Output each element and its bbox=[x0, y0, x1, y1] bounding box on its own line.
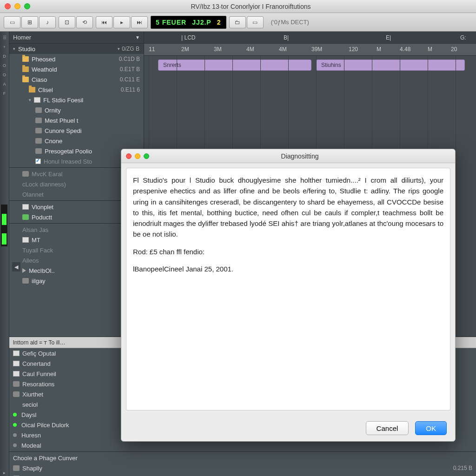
rail-icon[interactable]: D bbox=[1, 53, 8, 60]
window-title: RV/Ibz 13·tor Conorlyior I Franoroiftuti… bbox=[30, 3, 471, 10]
level-meters bbox=[1, 205, 7, 246]
rail-icon[interactable]: O bbox=[1, 72, 8, 78]
minimize-icon[interactable] bbox=[14, 3, 20, 9]
file-icon bbox=[22, 237, 29, 243]
toolbar-button[interactable]: ⊡ bbox=[59, 16, 75, 28]
audio-icon bbox=[22, 214, 29, 220]
ruler-tick: 120 bbox=[349, 46, 358, 53]
ruler-tick: 2M bbox=[181, 46, 189, 53]
rail-icon[interactable]: ☰ bbox=[1, 34, 8, 41]
marker: B| bbox=[284, 34, 289, 41]
browser-header[interactable]: Homer ▼ bbox=[9, 32, 144, 44]
tree-item[interactable]: Mest Phuel t bbox=[9, 115, 144, 126]
window-titlebar: RV/Ibz 13·tor Conorlyior I Franoroiftuti… bbox=[0, 0, 476, 13]
folder-icon bbox=[29, 87, 35, 93]
mod-icon bbox=[22, 278, 29, 284]
rail-icon[interactable]: A bbox=[1, 81, 8, 87]
close-icon[interactable] bbox=[126, 153, 132, 159]
zoom-icon[interactable] bbox=[144, 153, 149, 159]
zoom-icon[interactable] bbox=[24, 3, 30, 9]
main-toolbar: ▭ ⊞ ♪ ⊡ ⟲ ⏮ ▸ ⏭ 5 FEUER JJ2.P 2 🗀 ▭ (‘0ƒ… bbox=[0, 13, 476, 32]
timeline-header: | LCD B| E| G: bbox=[144, 32, 476, 44]
file-icon bbox=[34, 97, 40, 103]
lcd-segment: 2 bbox=[217, 19, 221, 26]
ruler-tick: 4M bbox=[279, 46, 287, 53]
mod-icon bbox=[35, 107, 42, 113]
mod-icon bbox=[35, 118, 42, 123]
lcd-segment: 5 FEUER bbox=[156, 19, 186, 26]
chk-icon bbox=[35, 159, 41, 164]
file-icon bbox=[13, 361, 20, 366]
toolbar-button[interactable]: ⟲ bbox=[76, 16, 93, 28]
toolbar-button[interactable]: ▸ bbox=[113, 16, 130, 28]
folder-icon bbox=[22, 66, 29, 72]
toolbar-button[interactable]: ⊞ bbox=[21, 16, 38, 28]
tree-item[interactable]: Clisel0.E11 6 bbox=[9, 85, 144, 95]
marker: | LCD bbox=[181, 34, 195, 41]
tree-item[interactable]: fitis Tinoel0.215 B bbox=[9, 473, 476, 476]
marker: G: bbox=[460, 34, 466, 41]
tree-item[interactable]: Ciaso0.C11 E bbox=[9, 74, 144, 85]
mod-icon bbox=[22, 171, 29, 177]
tree-item[interactable]: Cunore Spedi bbox=[9, 126, 144, 136]
rail-icon[interactable]: F bbox=[1, 90, 8, 97]
traffic-lights bbox=[5, 3, 30, 9]
lcd-segment: JJ2.P bbox=[192, 19, 212, 26]
ok-button[interactable]: OK bbox=[415, 421, 447, 435]
tree-item[interactable]: Cnone bbox=[9, 136, 144, 146]
cancel-button[interactable]: Cancel bbox=[366, 421, 409, 435]
ruler-tick: 4.48 bbox=[400, 46, 410, 53]
ruler-tick: 39M bbox=[311, 46, 322, 53]
tree-item[interactable]: Choole a Phage Cunver bbox=[9, 453, 476, 463]
ruler-tick: M bbox=[428, 46, 432, 53]
rail-icon[interactable]: + bbox=[1, 44, 8, 50]
tree-item[interactable]: ▾FL Stdio Foesil bbox=[9, 95, 144, 105]
marker: E| bbox=[386, 34, 391, 41]
toolbar-button[interactable]: ⏭ bbox=[131, 16, 148, 28]
ruler-tick: 20 bbox=[451, 46, 457, 53]
toolbar-button[interactable]: ▭ bbox=[4, 16, 20, 28]
dialog-text: Rod: £5 chan ffl fendio: bbox=[133, 246, 443, 257]
rail-icon[interactable]: O bbox=[1, 62, 8, 69]
folder-icon bbox=[22, 56, 29, 62]
ruler-tick: M bbox=[377, 46, 381, 53]
tree-item[interactable]: Pheosed0.C1D B bbox=[9, 54, 144, 64]
collapse-button[interactable]: ◀ bbox=[12, 262, 20, 271]
folder-icon bbox=[22, 77, 29, 82]
close-icon[interactable] bbox=[5, 3, 11, 9]
file-icon bbox=[13, 371, 20, 377]
toolbar-label: (‘0ƒMs DECT) bbox=[271, 19, 309, 26]
timeline-ruler[interactable]: 112M3M4M4M39M120M4.48M20 bbox=[144, 44, 476, 56]
lcd-display: 5 FEUER JJ2.P 2 bbox=[151, 16, 226, 29]
left-rail: ☰ + D O O A F ▸ bbox=[0, 32, 9, 476]
mod-icon bbox=[13, 465, 20, 471]
dialog-text: Fl Studio's pour l Studio buck dhouglyes… bbox=[133, 175, 443, 240]
tree-item[interactable]: Shaplly0.215 B bbox=[9, 463, 476, 473]
ruler-tick: 4M bbox=[246, 46, 254, 53]
play-icon bbox=[22, 268, 26, 273]
ruler-tick: 11 bbox=[149, 46, 155, 53]
tree-item[interactable]: Weathold0.E1T B bbox=[9, 64, 144, 74]
dialog-footer: Cancel OK bbox=[121, 415, 455, 441]
file-icon bbox=[22, 204, 29, 210]
dialog-body: Fl Studio's pour l Studio buck dhouglyes… bbox=[126, 168, 450, 410]
toolbar-button[interactable]: 🗀 bbox=[229, 16, 246, 28]
mod-icon bbox=[13, 381, 20, 387]
meter bbox=[2, 226, 7, 245]
mod-icon bbox=[13, 391, 20, 397]
chevron-down-icon[interactable]: ▼ bbox=[135, 35, 140, 40]
dialog-text: lBanopeelCineel Janai 25, 2001. bbox=[133, 264, 443, 274]
toolbar-button[interactable]: ⏮ bbox=[96, 16, 112, 28]
toolbar-button[interactable]: ♪ bbox=[39, 16, 56, 28]
minimize-icon[interactable] bbox=[135, 153, 140, 159]
meter bbox=[2, 206, 7, 225]
dialog-titlebar: Diagnositting bbox=[121, 149, 455, 163]
diagnostic-dialog: Diagnositting Fl Studio's pour l Studio … bbox=[121, 149, 456, 442]
browser-title: Homer bbox=[13, 34, 31, 41]
tree-root[interactable]: ▾Studio▾0/ZG B bbox=[9, 44, 144, 54]
toolbar-button[interactable]: ▭ bbox=[247, 16, 264, 28]
rail-icon[interactable]: ▸ bbox=[1, 469, 8, 476]
ruler-tick: 3M bbox=[214, 46, 222, 53]
tree-item[interactable]: Modeal bbox=[9, 440, 476, 450]
tree-item[interactable]: Ornity bbox=[9, 105, 144, 115]
